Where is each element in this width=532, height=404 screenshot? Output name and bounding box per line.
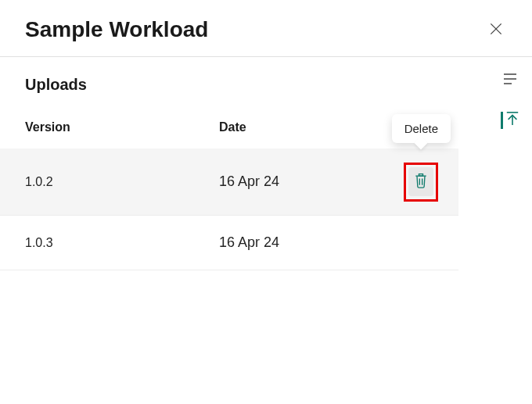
trash-icon [413,172,429,191]
delete-button[interactable] [408,167,433,196]
cell-version: 1.0.3 [25,236,219,250]
column-header-version: Version [25,120,219,134]
table-header: Version Date [0,106,458,148]
dialog-title: Sample Workload [25,17,208,42]
tooltip-text: Delete [404,122,438,135]
uploads-table: Version Date 1.0.2 16 Apr 24 [0,106,458,270]
column-header-date: Date [219,120,376,134]
main-panel: Uploads Version Date 1.0.2 16 Apr 24 [0,57,532,270]
delete-tooltip: Delete [392,114,451,143]
dialog-content: Uploads Version Date 1.0.2 16 Apr 24 [0,57,532,270]
cell-date: 16 Apr 24 [219,234,376,251]
close-icon [488,21,504,39]
close-button[interactable] [485,18,507,42]
table-row[interactable]: 1.0.2 16 Apr 24 [0,148,458,216]
menu-button[interactable] [501,71,519,89]
side-panel [501,71,519,130]
cell-date: 16 Apr 24 [219,173,376,190]
cell-action [376,167,433,196]
upload-indicator[interactable] [501,111,519,130]
menu-icon [502,76,518,88]
table-row[interactable]: 1.0.3 16 Apr 24 [0,216,458,270]
dialog-header: Sample Workload [0,0,532,57]
section-title: Uploads [0,57,532,106]
upload-icon [505,111,519,130]
cell-version: 1.0.2 [25,175,219,189]
indicator-bar [501,112,503,129]
